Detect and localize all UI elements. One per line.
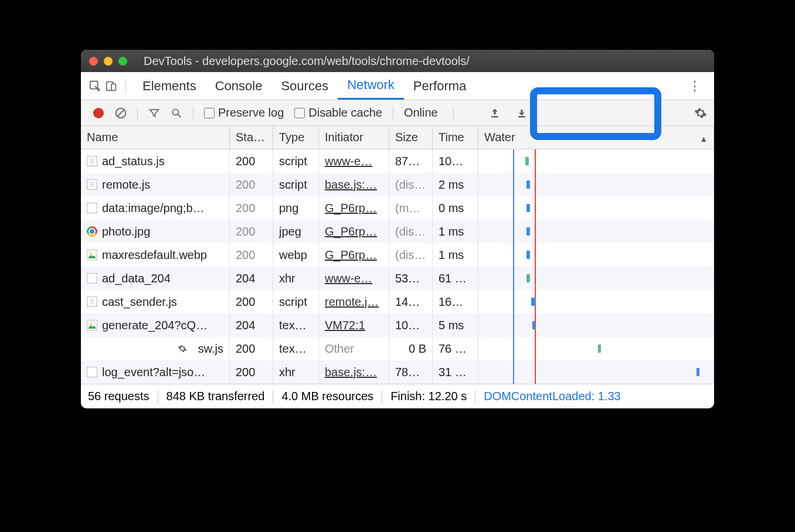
column-header-type[interactable]: Type xyxy=(273,126,319,149)
request-initiator[interactable]: base.js:… xyxy=(319,360,389,384)
request-waterfall xyxy=(478,267,714,290)
window-title: DevTools - developers.google.com/web/too… xyxy=(144,54,706,68)
settings-icon[interactable] xyxy=(694,107,707,120)
inspect-element-icon[interactable] xyxy=(88,79,102,93)
separator xyxy=(393,107,393,120)
table-row[interactable]: remote.js200scriptbase.js:…(dis…2 ms xyxy=(81,173,714,196)
tab-performa[interactable]: Performa xyxy=(404,72,475,100)
request-initiator[interactable]: G_P6rp… xyxy=(319,220,389,243)
minimize-window-button[interactable] xyxy=(104,57,113,66)
svg-rect-8 xyxy=(518,116,525,118)
request-waterfall xyxy=(478,243,714,267)
request-type: script xyxy=(273,290,319,313)
file-blank-icon xyxy=(87,273,97,284)
preserve-log-checkbox[interactable]: Preserve log xyxy=(204,106,284,120)
tab-elements[interactable]: Elements xyxy=(133,72,206,100)
search-icon[interactable] xyxy=(168,104,185,122)
request-waterfall xyxy=(478,360,714,384)
request-name: data:image/png;b… xyxy=(102,202,205,215)
svg-line-4 xyxy=(117,109,125,117)
request-type: png xyxy=(273,196,319,220)
request-type: xhr xyxy=(273,267,319,290)
request-name: ad_data_204 xyxy=(102,272,171,285)
request-type: jpeg xyxy=(273,220,319,243)
request-initiator[interactable]: remote.j… xyxy=(319,290,389,313)
request-name: ad_status.js xyxy=(102,155,165,168)
device-toolbar-icon[interactable] xyxy=(104,79,118,93)
status-dcl: DOMContentLoaded: 1.33 xyxy=(484,390,621,403)
clear-button[interactable] xyxy=(112,104,130,122)
table-row[interactable]: cast_sender.js200scriptremote.j…14…16… xyxy=(81,290,714,313)
request-status: 200 xyxy=(230,149,273,173)
throttling-select[interactable]: Online xyxy=(404,106,438,120)
request-initiator[interactable]: G_P6rp… xyxy=(319,243,389,267)
svg-point-5 xyxy=(172,109,178,115)
file-script-icon xyxy=(87,296,97,307)
separator xyxy=(193,107,193,120)
file-script-icon xyxy=(87,179,97,190)
close-window-button[interactable] xyxy=(89,57,98,66)
disable-cache-checkbox[interactable]: Disable cache xyxy=(294,106,382,120)
status-finish: Finish: 12.20 s xyxy=(390,390,467,403)
file-script-icon xyxy=(87,156,97,166)
upload-icon[interactable] xyxy=(489,107,501,119)
record-button[interactable] xyxy=(90,104,107,122)
table-row[interactable]: ad_data_204204xhrwww-e…53…61 … xyxy=(81,267,714,290)
column-header-name[interactable]: Name xyxy=(81,126,230,149)
request-status: 200 xyxy=(230,173,273,196)
request-type: tex… xyxy=(273,313,319,337)
table-row[interactable]: ad_status.js200scriptwww-e…87…10… xyxy=(81,149,714,173)
separator xyxy=(125,79,126,94)
request-waterfall xyxy=(478,149,714,173)
table-row[interactable]: maxresdefault.webp200webpG_P6rp…(dis…1 m… xyxy=(81,243,714,267)
request-waterfall xyxy=(478,196,714,220)
request-time: 76 … xyxy=(433,337,478,360)
table-row[interactable]: sw.js200tex…Other0 B76 … xyxy=(81,337,714,360)
tab-console[interactable]: Console xyxy=(206,72,272,100)
request-name: log_event?alt=jso… xyxy=(102,366,205,379)
request-status: 200 xyxy=(230,243,273,267)
request-size: (dis… xyxy=(389,173,433,196)
filter-icon[interactable] xyxy=(145,104,163,122)
request-initiator[interactable]: G_P6rp… xyxy=(319,196,389,220)
request-waterfall xyxy=(478,290,714,313)
traffic-lights xyxy=(89,57,127,66)
request-size: (m… xyxy=(389,196,433,220)
more-menu-icon[interactable]: ⋮ xyxy=(682,79,707,94)
request-status: 200 xyxy=(230,290,273,313)
request-name: maxresdefault.webp xyxy=(102,248,207,262)
request-time: 31 … xyxy=(433,360,478,384)
request-initiator[interactable]: www-e… xyxy=(319,267,389,290)
request-size: 0 B xyxy=(389,337,433,360)
column-header-size[interactable]: Size xyxy=(389,126,433,149)
request-status: 200 xyxy=(230,196,273,220)
request-size: 53… xyxy=(389,267,433,290)
svg-rect-7 xyxy=(491,116,498,118)
table-row[interactable]: generate_204?cQ…204tex…VM72:110…5 ms xyxy=(81,313,714,337)
svg-rect-2 xyxy=(111,84,115,90)
request-time: 10… xyxy=(433,149,478,173)
tab-network[interactable]: Network xyxy=(338,72,404,100)
table-row[interactable]: photo.jpg200jpegG_P6rp…(dis…1 ms xyxy=(81,220,714,243)
request-waterfall xyxy=(478,220,714,243)
download-icon[interactable] xyxy=(516,107,528,119)
request-initiator[interactable]: VM72:1 xyxy=(319,313,389,337)
network-toolbar: Preserve log Disable cache Online xyxy=(81,100,714,126)
request-time: 1 ms xyxy=(433,220,478,243)
column-header-waterfall[interactable]: Water▲ xyxy=(478,126,714,149)
separator xyxy=(453,107,454,120)
request-initiator[interactable]: www-e… xyxy=(319,149,389,173)
maximize-window-button[interactable] xyxy=(118,57,127,66)
status-requests: 56 requests xyxy=(88,390,150,403)
file-chrome-icon xyxy=(87,226,97,237)
table-row[interactable]: data:image/png;b…200pngG_P6rp…(m…0 ms xyxy=(81,196,714,220)
request-size: 78… xyxy=(389,360,433,384)
table-row[interactable]: log_event?alt=jso…200xhrbase.js:…78…31 … xyxy=(81,360,714,384)
column-header-time[interactable]: Time xyxy=(433,126,478,149)
svg-point-18 xyxy=(90,253,92,255)
column-header-initiator[interactable]: Initiator xyxy=(319,126,389,149)
request-initiator[interactable]: Other xyxy=(319,337,389,360)
tab-sources[interactable]: Sources xyxy=(271,72,338,100)
column-header-status[interactable]: Sta… xyxy=(230,126,273,149)
request-initiator[interactable]: base.js:… xyxy=(319,173,389,196)
